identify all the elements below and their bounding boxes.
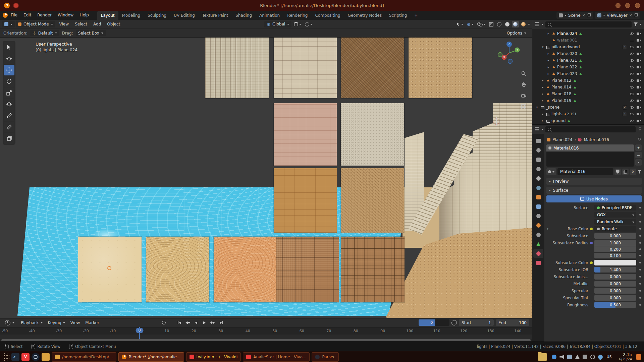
pin-id-icon[interactable] — [637, 138, 641, 142]
property-field[interactable]: Principled BSDF — [594, 205, 636, 210]
expand-arrow[interactable]: ▾ — [541, 45, 545, 49]
object-name[interactable]: pillarandwood — [551, 45, 580, 49]
hide-eye-icon[interactable] — [630, 92, 634, 96]
browse-material-button[interactable] — [546, 168, 556, 175]
gizmo-z-label[interactable]: Z — [508, 43, 510, 46]
viewport-menu-item[interactable]: Select — [72, 20, 90, 29]
jump-to-end-button[interactable] — [218, 320, 225, 326]
shading-rendered-button[interactable] — [520, 21, 527, 27]
perspective-toggle-button[interactable] — [520, 103, 527, 110]
property-field[interactable] — [594, 260, 636, 265]
keyframe-dot-icon[interactable] — [639, 207, 641, 208]
outliner-row[interactable]: ▸ Plane.018 ✓ — [532, 90, 644, 97]
new-viewlayer-icon[interactable] — [634, 13, 638, 17]
expand-arrow[interactable]: ▸ — [541, 79, 545, 82]
navigation-gizmo[interactable]: Z Y X — [496, 40, 522, 66]
workspace-tab[interactable]: Modeling — [118, 11, 144, 20]
viewport-menu-item[interactable]: Add — [90, 20, 104, 29]
color-picker-tray-icon[interactable] — [597, 354, 604, 360]
hide-eye-icon[interactable] — [630, 52, 634, 56]
property-field[interactable]: 1.400 — [594, 267, 636, 273]
object-name[interactable]: Plane.024 — [557, 31, 577, 36]
outliner-row[interactable]: ▾ pillarandwood ✓ — [532, 44, 644, 50]
current-frame-field[interactable]: 0 — [419, 319, 449, 326]
selectability-dropdown[interactable] — [455, 21, 465, 27]
expand-arrow[interactable]: ▸ — [541, 112, 545, 116]
menu-item[interactable]: Edit — [20, 11, 34, 20]
outliner-row[interactable]: water.001 ✓ — [532, 37, 644, 44]
mode-dropdown[interactable]: Object Mode — [16, 21, 55, 27]
cursor-tool[interactable] — [4, 53, 14, 64]
notifications-icon[interactable] — [636, 354, 641, 360]
properties-search-input[interactable] — [545, 126, 636, 132]
timeline-scrollbar[interactable] — [0, 339, 532, 342]
annotate-tool[interactable] — [4, 110, 14, 121]
shield-tray-icon[interactable] — [590, 355, 595, 359]
hide-eye-icon[interactable] — [630, 119, 634, 123]
workspace-tab[interactable]: Rendering — [283, 11, 311, 20]
hide-eye-icon[interactable] — [630, 38, 634, 43]
proportional-edit-toggle[interactable] — [304, 21, 314, 27]
camera-visibility-icon[interactable] — [637, 52, 641, 56]
menu-item[interactable]: Render — [34, 11, 55, 20]
outliner-row[interactable]: ▸ Plane.023 ✓ — [532, 70, 644, 77]
maximize-button[interactable] — [625, 3, 630, 8]
transform-orientation-dropdown[interactable]: ⊕ Global — [264, 21, 291, 27]
filter-icon[interactable] — [634, 22, 638, 26]
outliner-row[interactable]: ▸ lights 2 151 ✓ — [532, 111, 644, 117]
texture-plane-grid-tile[interactable] — [341, 237, 405, 302]
properties-tab[interactable] — [533, 230, 543, 239]
hide-eye-icon[interactable] — [630, 65, 634, 69]
expand-arrow[interactable]: ▸ — [546, 65, 550, 69]
camera-visibility-icon[interactable] — [637, 106, 641, 109]
add-primitive-tool[interactable] — [4, 133, 14, 144]
property-field[interactable]: 0.000 — [594, 295, 636, 301]
jump-to-start-button[interactable] — [176, 320, 183, 326]
taskbar-window-button[interactable]: twily.info ~/ - Vivaldi — [186, 352, 241, 362]
material-name-field[interactable]: Material.016 — [557, 168, 613, 175]
camera-visibility-icon[interactable] — [637, 45, 641, 49]
workspace-tab[interactable]: Texture Paint — [199, 11, 232, 20]
3d-viewport[interactable]: User Perspective (0) lights | Plane.024 — [0, 38, 532, 318]
hide-eye-icon[interactable] — [630, 45, 634, 49]
texture-plane-orange-brick[interactable] — [274, 168, 337, 233]
close-button[interactable] — [635, 3, 640, 8]
timeline-ruler[interactable]: -50-40-30-20-100102030405060708090100110… — [0, 327, 532, 335]
drag-setting-dropdown[interactable]: Select Box — [76, 30, 106, 36]
volume-tray-icon[interactable] — [559, 355, 564, 359]
terminal-launcher-icon[interactable]: >_ — [11, 353, 19, 361]
transform-tool[interactable] — [4, 99, 14, 110]
workspace-tab[interactable]: UV Editing — [170, 11, 199, 20]
use-preview-range-icon[interactable] — [451, 320, 457, 325]
texture-plane-pink-brick[interactable] — [274, 103, 337, 166]
gizmo-x-label[interactable]: X — [503, 56, 505, 59]
texture-plane-rough-sand[interactable] — [341, 168, 404, 233]
outliner-row[interactable]: ▸ Plane.019 ✓ — [532, 97, 644, 104]
property-field[interactable]: 0.500 — [594, 302, 636, 308]
select-box-tool[interactable] — [4, 42, 14, 53]
folder-tray-icon[interactable] — [538, 353, 547, 361]
property-field[interactable]: 0.100 — [594, 253, 636, 258]
object-name[interactable]: Plane.021 — [557, 58, 577, 63]
snap-toggle[interactable] — [292, 21, 303, 27]
properties-tab[interactable] — [533, 193, 543, 201]
xray-toggle[interactable] — [488, 21, 495, 27]
desktop-menu-icon[interactable] — [2, 353, 9, 361]
unlink-icon[interactable]: × — [629, 13, 632, 17]
files-launcher-icon[interactable] — [42, 353, 50, 361]
bluetooth-tray-icon[interactable] — [567, 355, 572, 359]
network-tray-icon[interactable] — [552, 355, 556, 359]
property-field[interactable]: 0.200 — [594, 246, 636, 252]
property-field[interactable]: 0.000 — [594, 288, 636, 294]
auto-keyframe-button[interactable] — [160, 320, 168, 326]
texture-plane-carved-tile[interactable] — [276, 237, 339, 302]
timeline-track[interactable] — [0, 335, 532, 339]
properties-tab[interactable] — [533, 249, 543, 258]
camera-visibility-icon[interactable] — [637, 32, 641, 36]
workspace-tab[interactable]: Layout — [97, 11, 118, 20]
keyframe-dot-icon[interactable] — [639, 283, 641, 285]
shading-wireframe-button[interactable] — [496, 21, 503, 27]
gizmos-toggle[interactable]: ⊕ — [466, 21, 475, 27]
keyframe-dot-icon[interactable] — [639, 262, 641, 263]
texture-plane-tan-marble[interactable] — [146, 237, 209, 302]
